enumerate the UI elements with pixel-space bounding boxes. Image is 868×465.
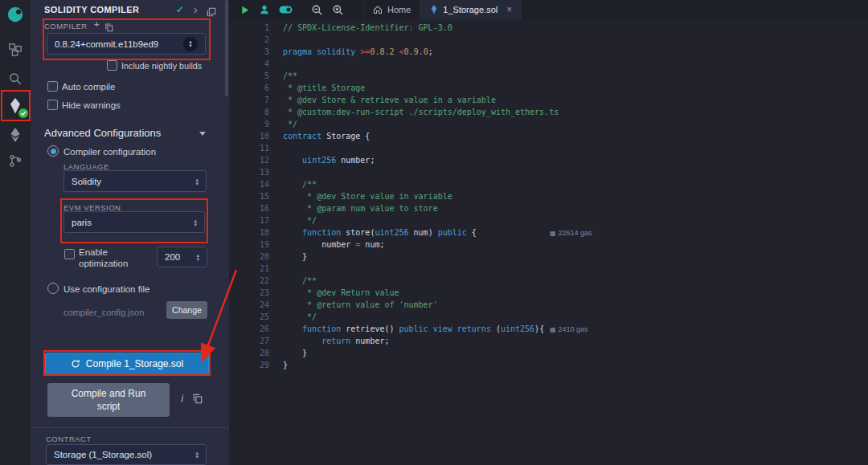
code-line[interactable]: 1// SPDX-License-Identifier: GPL-3.0 bbox=[229, 22, 868, 34]
advanced-configurations-header[interactable]: Advanced Configurations bbox=[44, 127, 161, 139]
code-line[interactable]: 12 uint256 number; bbox=[229, 154, 868, 166]
line-number[interactable]: 6 bbox=[229, 82, 269, 94]
file-explorer-icon[interactable] bbox=[6, 40, 25, 59]
code-text: * @return value of 'number' bbox=[269, 299, 438, 311]
compiler-section-label: COMPILER bbox=[44, 22, 88, 31]
code-line[interactable]: 29} bbox=[229, 359, 868, 371]
tab-storage-sol[interactable]: 1_Storage.sol × bbox=[420, 0, 522, 19]
code-line[interactable]: 26 function retrieve() public view retur… bbox=[229, 323, 868, 335]
line-number[interactable]: 14 bbox=[229, 178, 269, 190]
code-line[interactable]: 9 */ bbox=[229, 118, 868, 130]
line-number[interactable]: 1 bbox=[229, 22, 269, 34]
code-line[interactable]: 19 number = num; bbox=[229, 239, 868, 251]
line-number[interactable]: 5 bbox=[229, 70, 269, 82]
chevron-right-icon[interactable]: › bbox=[194, 0, 198, 19]
code-line[interactable]: 17 */ bbox=[229, 214, 868, 226]
add-compiler-icon[interactable]: + bbox=[94, 20, 99, 28]
line-number[interactable]: 19 bbox=[229, 239, 269, 251]
run-script-icon[interactable] bbox=[240, 5, 250, 15]
line-number[interactable]: 28 bbox=[229, 347, 269, 359]
use-configuration-file-radio[interactable] bbox=[47, 283, 59, 294]
info-icon[interactable]: i bbox=[180, 393, 183, 404]
evm-version-select[interactable]: paris ▴▾ bbox=[63, 211, 205, 233]
code-line[interactable]: 11 bbox=[229, 142, 868, 154]
code-line[interactable]: 24 * @return value of 'number' bbox=[229, 299, 868, 311]
line-number[interactable]: 11 bbox=[229, 142, 269, 154]
hide-warnings-checkbox[interactable] bbox=[47, 100, 58, 110]
language-select[interactable]: Solidity ▴▾ bbox=[63, 170, 207, 192]
code-line[interactable]: 23 * @dev Return value bbox=[229, 287, 868, 299]
code-line[interactable]: 4 bbox=[229, 58, 868, 70]
code-line[interactable]: 2 bbox=[229, 34, 868, 46]
line-number[interactable]: 13 bbox=[229, 166, 269, 178]
code-line[interactable]: 16 * @param num value to store bbox=[229, 202, 868, 214]
line-number[interactable]: 10 bbox=[229, 130, 269, 142]
line-number[interactable]: 22 bbox=[229, 275, 269, 287]
code-editor[interactable]: 1// SPDX-License-Identifier: GPL-3.023pr… bbox=[229, 19, 868, 465]
compile-and-run-button[interactable]: Compile and Run script bbox=[47, 383, 170, 417]
line-number[interactable]: 23 bbox=[229, 287, 269, 299]
code-line[interactable]: 20 } bbox=[229, 251, 868, 263]
line-number[interactable]: 12 bbox=[229, 154, 269, 166]
code-text: function retrieve() public view returns … bbox=[269, 323, 544, 335]
evm-version-value: paris bbox=[72, 218, 189, 227]
zoom-out-icon[interactable] bbox=[311, 4, 323, 16]
zoom-in-icon[interactable] bbox=[332, 4, 344, 16]
solidity-compiler-icon[interactable] bbox=[6, 96, 25, 116]
line-number[interactable]: 27 bbox=[229, 335, 269, 347]
change-config-button[interactable]: Change bbox=[166, 301, 207, 319]
line-number[interactable]: 29 bbox=[229, 359, 269, 371]
pin-panel-icon[interactable] bbox=[207, 4, 216, 23]
toggle-icon[interactable] bbox=[279, 5, 293, 14]
code-line[interactable]: 25 */ bbox=[229, 311, 868, 323]
code-line[interactable]: 22 /** bbox=[229, 275, 868, 287]
compiler-version-select[interactable]: 0.8.24+commit.e11b9ed9 ▲▼ bbox=[47, 33, 206, 55]
auto-compile-checkbox[interactable] bbox=[47, 81, 58, 92]
code-line[interactable]: 8 * @custom:dev-run-script ./scripts/dep… bbox=[229, 106, 868, 118]
code-line[interactable]: 14 /** bbox=[229, 178, 868, 190]
compile-button[interactable]: Compile 1_Storage.sol bbox=[45, 353, 209, 375]
line-number[interactable]: 25 bbox=[229, 311, 269, 323]
assistant-icon[interactable] bbox=[259, 4, 270, 15]
chevron-down-icon[interactable] bbox=[199, 132, 206, 136]
code-line[interactable]: 5/** bbox=[229, 70, 868, 82]
line-number[interactable]: 8 bbox=[229, 106, 269, 118]
compiler-configuration-radio[interactable] bbox=[47, 145, 59, 157]
line-number[interactable]: 16 bbox=[229, 202, 269, 214]
search-icon[interactable] bbox=[6, 69, 25, 88]
line-number[interactable]: 3 bbox=[229, 46, 269, 58]
line-number[interactable]: 4 bbox=[229, 58, 269, 70]
line-number[interactable]: 15 bbox=[229, 190, 269, 202]
version-stepper-icon[interactable]: ▲▼ bbox=[183, 37, 198, 51]
code-line[interactable]: 3pragma solidity >=0.8.2 <0.9.0; bbox=[229, 46, 868, 58]
git-icon[interactable] bbox=[6, 151, 25, 170]
line-number[interactable]: 7 bbox=[229, 94, 269, 106]
line-number[interactable]: 9 bbox=[229, 118, 269, 130]
line-number[interactable]: 20 bbox=[229, 251, 269, 263]
line-number[interactable]: 21 bbox=[229, 263, 269, 275]
contract-select[interactable]: Storage (1_Storage.sol) ▴▾ bbox=[46, 444, 207, 465]
clone-script-icon[interactable] bbox=[193, 393, 203, 407]
enable-optimization-checkbox[interactable] bbox=[64, 249, 75, 259]
tab-home[interactable]: Home bbox=[363, 0, 420, 19]
panel-scrollbar[interactable] bbox=[225, 0, 228, 96]
line-number[interactable]: 17 bbox=[229, 214, 269, 226]
line-number[interactable]: 24 bbox=[229, 299, 269, 311]
code-line[interactable]: 18 function store(uint256 num) public {▦… bbox=[229, 226, 868, 239]
code-line[interactable]: 28 } bbox=[229, 347, 868, 359]
optimization-runs-input[interactable]: 200 ▴▾ bbox=[157, 247, 207, 267]
code-line[interactable]: 7 * @dev Store & retrieve value in a var… bbox=[229, 94, 868, 106]
close-tab-icon[interactable]: × bbox=[506, 4, 512, 15]
code-line[interactable]: 15 * @dev Store value in variable bbox=[229, 190, 868, 202]
code-line[interactable]: 6 * @title Storage bbox=[229, 82, 868, 94]
code-line[interactable]: 21 bbox=[229, 263, 868, 275]
code-line[interactable]: 13 bbox=[229, 166, 868, 178]
code-line[interactable]: 10contract Storage { bbox=[229, 130, 868, 142]
deploy-and-run-icon[interactable] bbox=[6, 125, 25, 145]
line-number[interactable]: 2 bbox=[229, 34, 269, 46]
nightly-builds-checkbox[interactable] bbox=[107, 60, 117, 71]
code-line[interactable]: 27 return number; bbox=[229, 335, 868, 347]
line-number[interactable]: 26 bbox=[229, 323, 269, 335]
line-number[interactable]: 18 bbox=[229, 226, 269, 239]
remix-logo-icon[interactable] bbox=[6, 5, 25, 24]
